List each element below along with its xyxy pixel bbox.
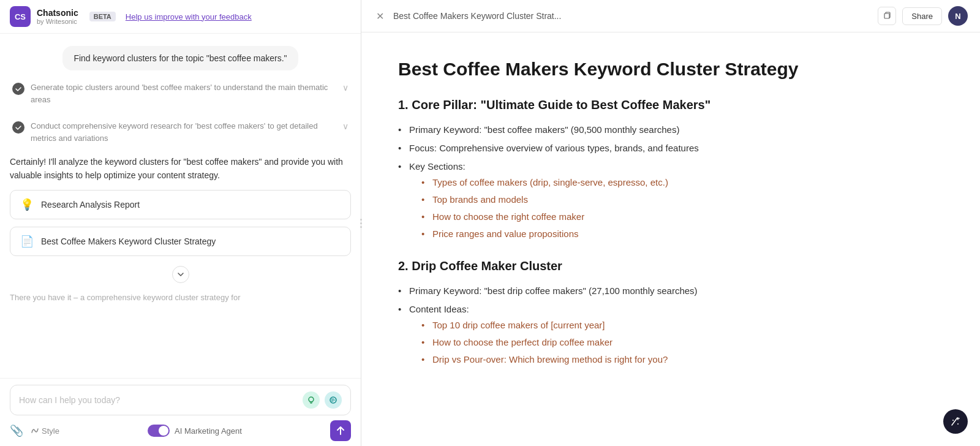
beta-badge: BETA [89, 12, 116, 21]
sub-bullet-item: Price ranges and value propositions [421, 225, 943, 243]
task-check-2 [12, 121, 24, 134]
section-2: 2. Drip Coffee Maker Cluster Primary Key… [398, 259, 943, 370]
scroll-indicator [10, 263, 351, 285]
svg-rect-2 [884, 13, 889, 18]
right-header: ✕ Best Coffee Makers Keyword Cluster Str… [361, 0, 980, 32]
section-1: 1. Core Pillar: "Ultimate Guide to Best … [398, 98, 943, 244]
bullet-item: Key Sections: Types of coffee makers (dr… [398, 157, 943, 244]
card1-label: Research Analysis Report [41, 200, 140, 210]
resize-dot [360, 219, 362, 221]
chevron-icon-1[interactable]: ∨ [342, 83, 349, 93]
bulb-icon: 💡 [20, 198, 34, 211]
attach-icon[interactable]: 📎 [10, 424, 23, 437]
section1-sub-bullets: Types of coffee makers (drip, single-ser… [421, 174, 943, 243]
chevron-icon-2[interactable]: ∨ [342, 121, 349, 131]
section2-bullets: Primary Keyword: "best drip coffee maker… [398, 282, 943, 370]
chat-input-icon [328, 395, 338, 405]
brand-info: Chatsonic by Writesonic [37, 8, 78, 25]
toggle-knob [159, 426, 168, 436]
float-action-button[interactable] [943, 409, 968, 434]
check-icon-2 [15, 124, 22, 131]
feedback-link[interactable]: Help us improve with your feedback [126, 12, 252, 21]
input-area: How can I help you today? 📎 [0, 378, 361, 446]
task-text-1: Generate topic clusters around 'best cof… [31, 81, 336, 105]
icon-circle-teal[interactable] [325, 391, 342, 409]
resize-dots [360, 219, 362, 228]
bullet-item: Primary Keyword: "best coffee makers" (9… [398, 121, 943, 139]
doc-content: Best Coffee Makers Keyword Cluster Strat… [361, 32, 980, 446]
wand-icon [950, 416, 961, 427]
bullet-item: Focus: Comprehensive overview of various… [398, 139, 943, 157]
section1-heading: 1. Core Pillar: "Ultimate Guide to Best … [398, 98, 943, 112]
doc-main-title: Best Coffee Makers Keyword Cluster Strat… [398, 57, 943, 81]
section2-heading: 2. Drip Coffee Maker Cluster [398, 259, 943, 273]
user-bubble: Find keyword clusters for the topic "bes… [62, 46, 298, 70]
resize-dot [360, 226, 362, 228]
app-logo: CS [10, 6, 31, 27]
input-icons [303, 391, 342, 409]
right-panel: ✕ Best Coffee Makers Keyword Cluster Str… [361, 0, 980, 446]
header-actions: Share N [878, 6, 968, 26]
share-button[interactable]: Share [902, 7, 942, 25]
check-icon-1 [15, 85, 22, 93]
assistant-response: Certainly! I'll analyze the keyword clus… [10, 155, 351, 183]
task-item-2: Conduct comprehensive keyword research f… [10, 116, 351, 148]
style-button[interactable]: Style [31, 426, 59, 436]
task-text-2: Conduct comprehensive keyword research f… [31, 120, 336, 144]
sub-bullet-item: Top 10 drip coffee makers of [current ye… [421, 317, 943, 334]
scroll-down-button[interactable] [172, 266, 189, 283]
svg-point-4 [957, 423, 959, 425]
app-header: CS Chatsonic by Writesonic BETA Help us … [0, 0, 361, 34]
sub-bullet-item: How to choose the right coffee maker [421, 208, 943, 225]
ai-marketing-toggle[interactable] [148, 425, 170, 437]
send-icon [336, 426, 345, 436]
copy-button[interactable] [878, 7, 896, 25]
card-keyword-strategy[interactable]: 📄 Best Coffee Makers Keyword Cluster Str… [10, 227, 351, 256]
input-placeholder: How can I help you today? [19, 395, 120, 405]
close-button[interactable]: ✕ [374, 10, 386, 22]
toggle-label: AI Marketing Agent [175, 426, 242, 436]
bullet-item: Content Ideas: Top 10 drip coffee makers… [398, 300, 943, 370]
send-button[interactable] [330, 420, 351, 441]
toolbar-left: 📎 Style [10, 424, 59, 437]
sub-bullet-item: Top brands and models [421, 191, 943, 208]
doc-header-title: Best Coffee Makers Keyword Cluster Strat… [393, 11, 870, 21]
copy-icon [883, 12, 891, 20]
svg-point-0 [309, 397, 314, 402]
bullet-item: Primary Keyword: "best drip coffee maker… [398, 282, 943, 300]
toggle-wrapper: AI Marketing Agent [148, 425, 242, 437]
section1-bullets: Primary Keyword: "best coffee makers" (9… [398, 121, 943, 244]
input-toolbar: 📎 Style AI Marketing Agent [10, 420, 351, 441]
resize-dot [360, 222, 362, 224]
chevron-down-icon [177, 271, 184, 278]
truncated-preview: There you have it – a comprehensive keyw… [10, 293, 351, 302]
style-icon [31, 426, 39, 435]
doc-icon: 📄 [20, 235, 34, 248]
svg-point-3 [952, 420, 954, 421]
icon-circle-green[interactable] [303, 391, 320, 409]
sub-bullet-item: How to choose the perfect drip coffee ma… [421, 334, 943, 351]
brand-sub: by Writesonic [37, 18, 78, 25]
resize-handle[interactable] [357, 0, 364, 446]
section2-sub-bullets: Top 10 drip coffee makers of [current ye… [421, 317, 943, 368]
chat-area: Find keyword clusters for the topic "bes… [0, 34, 361, 378]
bulb-input-icon [306, 395, 316, 405]
card2-label: Best Coffee Makers Keyword Cluster Strat… [41, 236, 216, 246]
sub-bullet-item: Types of coffee makers (drip, single-ser… [421, 174, 943, 191]
left-panel: CS Chatsonic by Writesonic BETA Help us … [0, 0, 361, 446]
card-research-report[interactable]: 💡 Research Analysis Report [10, 190, 351, 219]
task-item-1: Generate topic clusters around 'best cof… [10, 78, 351, 109]
task-check-1 [12, 83, 24, 95]
brand-name: Chatsonic [37, 8, 78, 18]
user-avatar: N [948, 6, 968, 26]
sub-bullet-item: Drip vs Pour-over: Which brewing method … [421, 351, 943, 368]
input-box[interactable]: How can I help you today? [10, 385, 351, 415]
style-label: Style [42, 426, 59, 436]
